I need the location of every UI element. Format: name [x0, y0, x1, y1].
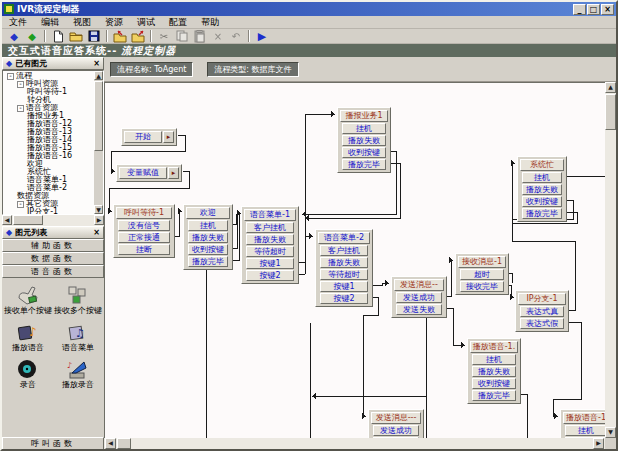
node-port-收到按键[interactable]: 收到按键 [188, 244, 228, 255]
flow-node-call-wait-1[interactable]: 呼叫等待-1没有信号正常接通挂断 [113, 204, 175, 258]
node-port-播放完毕[interactable]: 播放完毕 [342, 159, 386, 170]
node-port-等待超时[interactable]: 等待超时 [320, 269, 368, 280]
flow-node-send-msg-2[interactable]: 发送消息---发送成功发送失败 [368, 409, 424, 438]
restore-button[interactable]: □ [587, 4, 600, 15]
scroll-left-icon[interactable]: ◀ [105, 438, 116, 449]
node-port-挂机[interactable]: 挂机 [342, 123, 386, 134]
flow-node-assign[interactable]: 变量赋值▸ [116, 164, 182, 182]
flow-node-broadcast-1[interactable]: 播报业务1挂机播放失败收到按键播放完毕 [337, 107, 391, 173]
palette-item-接收单个按键[interactable]: 接收单个按键 [3, 284, 53, 315]
node-port-发送失败[interactable]: 发送失败 [396, 304, 442, 315]
palette-item-录音[interactable]: 录音 [3, 358, 53, 389]
canvas-horizontal-scrollbar[interactable]: ◀ ▶ [104, 438, 616, 449]
palette-group-语音函数[interactable]: 语音函数 [2, 265, 104, 278]
minimize-button[interactable]: _ [573, 4, 586, 15]
tree-expander-icon[interactable]: - [17, 201, 24, 208]
node-port-超时[interactable]: 超时 [460, 269, 504, 280]
scroll-right-icon[interactable]: ▶ [593, 438, 604, 449]
node-port-没有信号[interactable]: 没有信号 [118, 220, 170, 231]
node-title[interactable]: 播放语音-1. [470, 341, 518, 353]
toolbar-import-button[interactable] [111, 29, 129, 43]
node-port-播放失败[interactable]: 播放失败 [342, 135, 386, 146]
node-title[interactable]: 系统忙 [520, 159, 564, 171]
flow-node-voice-menu-2[interactable]: 语音菜单-2客户挂机播放失败等待超时按键1按键2 [315, 229, 373, 307]
node-title[interactable]: 播放语音-1 [563, 412, 605, 424]
node-port-收到按键[interactable]: 收到按键 [342, 147, 386, 158]
scroll-thumb[interactable] [117, 438, 131, 449]
scroll-thumb[interactable] [13, 215, 43, 225]
node-port-按键2[interactable]: 按键2 [246, 270, 294, 281]
node-title[interactable]: 播报业务1 [340, 110, 388, 122]
menu-item-config[interactable]: 配置 [162, 16, 194, 29]
flow-node-voice-menu-1[interactable]: 语音菜单-1客户挂机播放失败等待超时按键1按键2 [241, 206, 299, 284]
node-port-发送成功[interactable]: 发送成功 [396, 292, 442, 303]
tree-vertical-scrollbar[interactable]: ▲ ▼ [94, 71, 103, 214]
node-port-挂机[interactable]: 挂机 [188, 220, 228, 231]
node-port-播放完毕[interactable]: 播放完毕 [522, 208, 562, 219]
node-port-等待超时[interactable]: 等待超时 [246, 246, 294, 257]
scroll-down-icon[interactable]: ▼ [94, 205, 103, 214]
palette-group-辅助函数[interactable]: 辅助函数 [2, 239, 104, 252]
toolbar-nav-next-button[interactable]: ◆ [23, 29, 41, 43]
node-title[interactable]: 呼叫等待-1 [116, 207, 172, 219]
node-port-收到按键[interactable]: 收到按键 [522, 196, 562, 207]
palette-panel-close-icon[interactable]: × [93, 229, 100, 237]
node-port-表达式假[interactable]: 表达式假 [520, 318, 564, 329]
node-port-播放失败[interactable]: 播放失败 [320, 257, 368, 268]
toolbar-run-button[interactable]: ▶ [253, 29, 271, 43]
node-port-客户挂机[interactable]: 客户挂机 [246, 222, 294, 233]
close-button[interactable]: × [601, 4, 614, 15]
node-port-播放完毕[interactable]: 播放完毕 [472, 390, 516, 401]
toolbar-new-button[interactable] [49, 29, 67, 43]
node-title[interactable]: 欢迎 [186, 207, 230, 219]
node-port-挂机[interactable]: 挂机 [472, 354, 516, 365]
node-title[interactable]: 语音菜单-1 [244, 209, 296, 221]
node-port-挂机[interactable]: 挂机 [565, 425, 605, 436]
tree-expander-icon[interactable]: - [17, 105, 24, 112]
node-port-播放失败[interactable]: 播放失败 [472, 366, 516, 377]
scroll-thumb[interactable] [605, 94, 616, 130]
tree-item-播放语音-16[interactable]: 播放语音-16 [4, 152, 93, 160]
node-port-按键1[interactable]: 按键1 [246, 258, 294, 269]
tree-expander-icon[interactable]: - [17, 81, 24, 88]
node-port-按键1[interactable]: 按键1 [320, 281, 368, 292]
node-port-播放失败[interactable]: 播放失败 [522, 184, 562, 195]
flow-node-ip-branch-1[interactable]: IP分支-1表达式真表达式假 [515, 290, 569, 332]
node-branch-button[interactable]: ▸ [163, 131, 174, 143]
flow-node-recv-msg-1[interactable]: 接收消息-1超时接收完毕 [455, 253, 509, 295]
menu-item-help[interactable]: 帮助 [194, 16, 226, 29]
toolbar-nav-prev-button[interactable]: ◆ [5, 29, 23, 43]
menu-item-view[interactable]: 视图 [66, 16, 98, 29]
palette-group-数据函数[interactable]: 数据函数 [2, 252, 104, 265]
menu-item-edit[interactable]: 编辑 [34, 16, 66, 29]
node-title[interactable]: 语音菜单-2 [318, 232, 370, 244]
menu-item-file[interactable]: 文件 [2, 16, 34, 29]
node-port-表达式真[interactable]: 表达式真 [520, 306, 564, 317]
node-port-接收完毕[interactable]: 接收完毕 [460, 281, 504, 292]
scroll-right-icon[interactable]: ▶ [94, 215, 104, 225]
node-port-播放完毕[interactable]: 播放完毕 [188, 256, 228, 267]
title-bar[interactable]: IVR流程定制器 _□× [2, 2, 616, 16]
node-port-发送成功[interactable]: 发送成功 [373, 425, 419, 436]
scroll-left-icon[interactable]: ◀ [2, 215, 12, 225]
palette-group-call-functions[interactable]: 呼叫函数 [2, 437, 104, 450]
node-port-收到按键[interactable]: 收到按键 [472, 378, 516, 389]
flow-node-start[interactable]: 开始▸ [121, 128, 177, 146]
node-port-播放失败[interactable]: 播放失败 [246, 234, 294, 245]
node-port-挂断[interactable]: 挂断 [118, 244, 170, 255]
flow-node-play-voice-1a[interactable]: 播放语音-1.挂机播放失败收到按键播放完毕 [467, 338, 521, 404]
node-port-播放失败[interactable]: 播放失败 [188, 232, 228, 243]
flow-node-welcome[interactable]: 欢迎挂机播放失败收到按键播放完毕 [183, 204, 233, 270]
node-title[interactable]: 发送消息-- [394, 279, 444, 291]
palette-item-接收多个按键[interactable]: 接收多个按键 [53, 284, 103, 315]
palette-item-播放录音[interactable]: ♪播放录音 [53, 358, 103, 389]
scroll-up-icon[interactable]: ▲ [605, 82, 616, 93]
canvas-vertical-scrollbar[interactable]: ▲ ▼ [605, 82, 616, 438]
toolbar-export-button[interactable] [129, 29, 147, 43]
tree-expander-icon[interactable]: - [7, 73, 14, 80]
scroll-up-icon[interactable]: ▲ [94, 71, 103, 80]
flow-node-system-busy[interactable]: 系统忙挂机播放失败收到按键播放完毕 [517, 156, 567, 222]
flow-canvas[interactable]: 开始▸变量赋值▸呼叫等待-1没有信号正常接通挂断欢迎挂机播放失败收到按键播放完毕… [104, 82, 605, 438]
node-port-按键2[interactable]: 按键2 [320, 293, 368, 304]
tree-horizontal-scrollbar[interactable]: ◀ ▶ [2, 215, 104, 226]
